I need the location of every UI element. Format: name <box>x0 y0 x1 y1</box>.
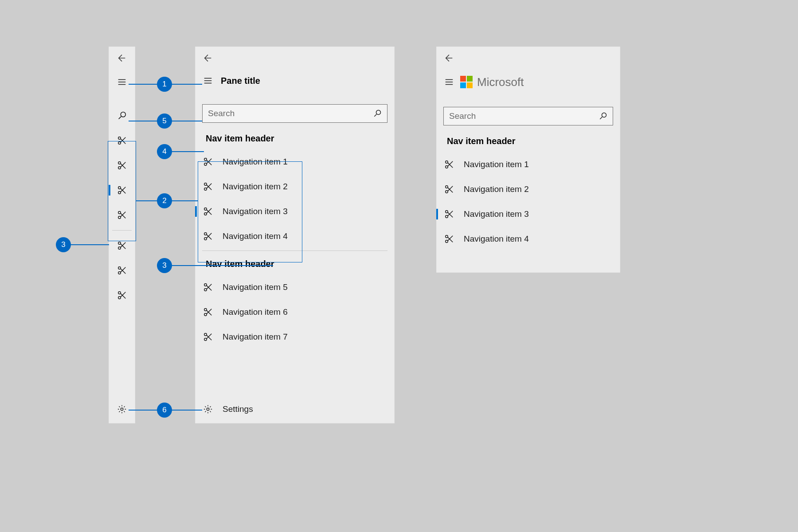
nav-item[interactable]: Navigation item 5 <box>195 275 395 300</box>
hamburger-icon <box>203 76 213 86</box>
svg-point-31 <box>207 408 209 411</box>
spacer <box>195 349 395 395</box>
cut-icon <box>117 160 127 170</box>
gear-icon <box>203 404 213 414</box>
pane-title-row[interactable]: Pane title <box>195 70 395 92</box>
svg-point-15 <box>121 408 123 411</box>
nav-item-compact[interactable] <box>109 283 135 308</box>
nav-header-label: Nav item header <box>206 259 274 269</box>
nav-header: Nav item header <box>195 253 395 275</box>
back-arrow-icon <box>444 53 454 63</box>
hamburger-icon <box>444 77 454 87</box>
selection-indicator <box>436 209 438 219</box>
nav-item-compact[interactable] <box>109 258 135 283</box>
nav-item[interactable]: Navigation item 2 <box>195 174 395 199</box>
pane-title: Pane title <box>221 76 260 86</box>
cut-icon <box>203 332 213 342</box>
cut-icon <box>117 266 127 275</box>
nav-item-selected[interactable]: Navigation item 3 <box>436 202 620 227</box>
search-icon <box>117 111 127 121</box>
settings-button-compact[interactable] <box>109 395 135 423</box>
cut-icon <box>117 290 127 300</box>
gear-icon <box>117 404 127 414</box>
svg-point-32 <box>602 113 606 117</box>
nav-item-label: Navigation item 2 <box>223 182 288 192</box>
nav-header: Nav item header <box>195 127 395 149</box>
nav-item-label: Navigation item 6 <box>223 307 288 317</box>
callout-badge-2: 2 <box>157 193 172 208</box>
callout-line <box>172 265 273 266</box>
hamburger-icon <box>117 77 127 87</box>
cut-icon <box>444 160 454 169</box>
nav-item-compact[interactable] <box>109 128 135 153</box>
branded-nav-pane: Microsoft Search Nav item header Navigat… <box>436 47 620 273</box>
cut-icon <box>444 184 454 194</box>
search-button[interactable] <box>109 103 135 128</box>
back-button[interactable] <box>109 47 135 70</box>
search-icon <box>373 109 382 118</box>
separator <box>112 230 132 231</box>
search-placeholder: Search <box>449 111 598 121</box>
microsoft-logo-icon <box>460 76 473 88</box>
nav-item-label: Navigation item 3 <box>464 209 529 219</box>
expanded-nav-pane: Pane title Search Nav item header Naviga… <box>195 47 395 423</box>
cut-icon <box>117 210 127 220</box>
settings-item[interactable]: Settings <box>195 395 395 423</box>
hamburger-button[interactable] <box>109 70 135 94</box>
diagram-canvas: Pane title Search Nav item header Naviga… <box>0 0 798 532</box>
back-button[interactable] <box>195 47 395 70</box>
search-icon <box>598 112 607 121</box>
selection-indicator <box>109 185 110 196</box>
nav-item[interactable]: Navigation item 4 <box>195 224 395 249</box>
search-placeholder: Search <box>208 109 373 118</box>
nav-item-selected[interactable]: Navigation item 3 <box>195 199 395 224</box>
callout-badge-1: 1 <box>157 77 172 92</box>
cut-icon <box>117 136 127 145</box>
callout-badge-3b: 3 <box>157 258 172 273</box>
nav-item-label: Navigation item 4 <box>223 231 288 241</box>
nav-item-label: Navigation item 7 <box>223 332 288 342</box>
cut-icon <box>203 307 213 317</box>
cut-icon <box>203 207 213 216</box>
nav-item-label: Navigation item 1 <box>464 160 529 169</box>
search-input[interactable]: Search <box>443 107 613 125</box>
back-button[interactable] <box>436 47 620 70</box>
selection-indicator <box>195 206 197 217</box>
nav-item[interactable]: Navigation item 7 <box>195 325 395 349</box>
callout-badge-6: 6 <box>157 403 172 418</box>
cut-icon <box>444 234 454 244</box>
nav-item-compact-selected[interactable] <box>109 178 135 203</box>
cut-icon <box>203 231 213 241</box>
nav-item-compact[interactable] <box>109 153 135 178</box>
cut-icon <box>203 182 213 192</box>
nav-item[interactable]: Navigation item 1 <box>436 152 620 177</box>
compact-nav-pane <box>109 47 135 423</box>
nav-item-label: Navigation item 4 <box>464 234 529 244</box>
nav-header: Nav item header <box>436 130 620 152</box>
callout-line <box>70 244 109 245</box>
callout-badge-4: 4 <box>157 144 172 159</box>
nav-item-compact[interactable] <box>109 233 135 258</box>
cut-icon <box>203 282 213 292</box>
spacer <box>109 308 135 395</box>
brand-text: Microsoft <box>477 75 524 89</box>
separator <box>202 250 387 251</box>
nav-item[interactable]: Navigation item 6 <box>195 300 395 325</box>
svg-point-16 <box>376 110 381 115</box>
nav-item-label: Navigation item 5 <box>223 282 288 292</box>
brand-row[interactable]: Microsoft <box>436 70 620 94</box>
cut-icon <box>444 209 454 219</box>
nav-item[interactable]: Navigation item 2 <box>436 177 620 202</box>
nav-item[interactable]: Navigation item 4 <box>436 227 620 251</box>
back-arrow-icon <box>203 53 213 63</box>
nav-item-compact[interactable] <box>109 203 135 227</box>
search-input[interactable]: Search <box>202 104 387 123</box>
cut-icon <box>117 241 127 250</box>
nav-item[interactable]: Navigation item 1 <box>195 149 395 174</box>
svg-point-0 <box>121 112 125 117</box>
cut-icon <box>203 157 213 167</box>
nav-header-label: Nav item header <box>447 136 516 146</box>
back-arrow-icon <box>117 53 127 63</box>
callout-badge-5: 5 <box>157 113 172 129</box>
settings-label: Settings <box>223 404 253 414</box>
